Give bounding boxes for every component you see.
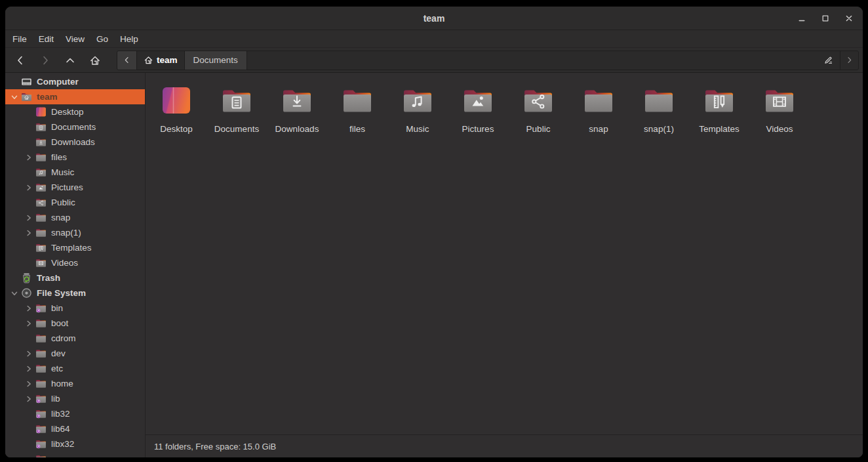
file-item-desktop[interactable]: Desktop	[146, 87, 207, 134]
breadcrumb-documents[interactable]: Documents	[185, 51, 247, 70]
file-item-snap-1[interactable]: snap(1)	[629, 87, 689, 134]
sidebar-item-bin[interactable]: bin	[5, 301, 145, 316]
trash-icon	[21, 272, 32, 284]
sidebar-item-lib64[interactable]: lib64	[5, 421, 145, 436]
sidebar-item-snap[interactable]: snap	[5, 210, 145, 225]
sidebar-item-trash[interactable]: Trash	[5, 270, 145, 285]
sidebar-item-templates[interactable]: Templates	[5, 240, 145, 255]
menu-item-edit[interactable]: Edit	[33, 33, 60, 45]
chevron-right-icon[interactable]	[24, 213, 33, 222]
sidebar-item-videos[interactable]: Videos	[5, 255, 145, 270]
path-scroll-right-button[interactable]	[840, 51, 858, 70]
chevron-right-icon[interactable]	[24, 394, 33, 404]
folder-downloads-icon	[281, 87, 313, 114]
chevron-right-icon[interactable]	[24, 183, 33, 192]
file-item-documents[interactable]: Documents	[207, 87, 267, 134]
minimize-button[interactable]	[793, 10, 810, 27]
sidebar-item-libx32[interactable]: libx32	[5, 436, 145, 452]
edit-path-button[interactable]	[816, 51, 840, 70]
up-button[interactable]	[59, 51, 81, 70]
expander-spacer	[24, 198, 33, 207]
folder-plain-icon	[35, 348, 47, 359]
sidebar-item-blank[interactable]	[5, 452, 145, 457]
sidebar-item-files[interactable]: files	[5, 150, 145, 165]
sidebar-item-etc[interactable]: etc	[5, 361, 145, 376]
expander-spacer	[24, 138, 33, 147]
back-button[interactable]	[9, 51, 31, 70]
chevron-down-icon[interactable]	[10, 289, 19, 298]
sidebar-item-dev[interactable]: dev	[5, 346, 145, 361]
sidebar-item-music[interactable]: Music	[5, 165, 145, 180]
menu-item-file[interactable]: File	[7, 33, 33, 45]
breadcrumb-team[interactable]: team	[137, 51, 185, 70]
chevron-right-icon[interactable]	[24, 379, 33, 388]
folder-videos-icon	[35, 257, 47, 268]
chevron-down-icon[interactable]	[10, 93, 19, 102]
sidebar-item-label: snap(1)	[51, 228, 81, 238]
file-item-snap[interactable]: snap	[568, 87, 629, 134]
folder-downloads-icon	[35, 136, 47, 148]
home-small-icon	[144, 55, 153, 65]
chevron-right-icon[interactable]	[24, 319, 33, 328]
sidebar-item-label: boot	[51, 318, 68, 328]
sidebar-item-downloads[interactable]: Downloads	[5, 135, 145, 150]
menu-item-view[interactable]: View	[60, 33, 90, 45]
home-button[interactable]	[84, 51, 106, 70]
chevron-right-icon[interactable]	[24, 364, 33, 373]
chevron-right-icon[interactable]	[24, 153, 33, 162]
file-item-files[interactable]: files	[327, 87, 387, 134]
folder-public-icon	[35, 197, 47, 208]
sidebar-item-pictures[interactable]: Pictures	[5, 180, 145, 195]
close-button[interactable]	[840, 10, 858, 27]
sidebar-item-boot[interactable]: boot	[5, 316, 145, 331]
folder-symlink-icon	[35, 423, 47, 434]
sidebar-item-computer[interactable]: Computer	[5, 74, 145, 89]
toolbar: team Documents	[5, 48, 863, 73]
menu-item-help[interactable]: Help	[114, 33, 144, 45]
path-scroll-left-button[interactable]	[117, 51, 137, 70]
chevron-right-icon[interactable]	[24, 349, 33, 358]
file-item-templates[interactable]: Templates	[689, 87, 749, 134]
sidebar-item-team[interactable]: team	[5, 89, 145, 104]
sidebar-item-cdrom[interactable]: cdrom	[5, 331, 145, 346]
path-bar: team Documents	[117, 51, 859, 70]
sidebar-item-label: lib64	[51, 424, 70, 434]
expander-spacer	[10, 274, 19, 283]
sidebar-item-desktop[interactable]: Desktop	[5, 104, 145, 119]
sidebar-item-file-system[interactable]: File System	[5, 285, 145, 301]
desktop-icon	[161, 87, 192, 114]
file-item-public[interactable]: Public	[508, 87, 568, 134]
sidebar-item-label: Videos	[51, 258, 78, 268]
folder-symlink-icon	[35, 408, 47, 419]
sidebar-item-public[interactable]: Public	[5, 195, 145, 210]
sidebar-item-lib[interactable]: lib	[5, 391, 145, 406]
statusbar-text: 11 folders, Free space: 15.0 GiB	[154, 442, 276, 452]
file-item-downloads[interactable]: Downloads	[267, 87, 327, 134]
file-item-videos[interactable]: Videos	[749, 87, 810, 134]
sidebar-item-label: Music	[51, 167, 74, 177]
sidebar-item-lib32[interactable]: lib32	[5, 406, 145, 421]
chevron-right-icon[interactable]	[24, 304, 33, 313]
file-item-label: snap	[589, 124, 608, 134]
menu-item-go[interactable]: Go	[90, 33, 114, 45]
sidebar-item-home[interactable]: home	[5, 376, 145, 391]
app-body: Computer team Desktop Documents Down	[5, 73, 863, 457]
sidebar-item-label: libx32	[51, 439, 74, 449]
expander-spacer	[24, 168, 33, 177]
forward-button[interactable]	[34, 51, 56, 70]
folder-symlink-icon	[35, 438, 47, 450]
chevron-right-icon[interactable]	[24, 228, 33, 238]
nav-home-icon	[89, 54, 101, 66]
folder-templates-icon	[35, 242, 47, 253]
file-item-pictures[interactable]: Pictures	[448, 87, 508, 134]
path-entry-area[interactable]	[247, 51, 816, 70]
folder-view[interactable]: Desktop Documents Downloads files Music	[146, 73, 863, 434]
maximize-button[interactable]	[817, 10, 834, 27]
titlebar[interactable]: team	[5, 7, 863, 30]
sidebar-item-label: File System	[37, 288, 86, 298]
sidebar-item-documents[interactable]: Documents	[5, 119, 145, 135]
file-item-music[interactable]: Music	[387, 87, 448, 134]
sidebar-item-snap-1[interactable]: snap(1)	[5, 225, 145, 240]
sidebar-item-label: bin	[51, 303, 63, 313]
folder-documents-icon	[35, 121, 47, 133]
